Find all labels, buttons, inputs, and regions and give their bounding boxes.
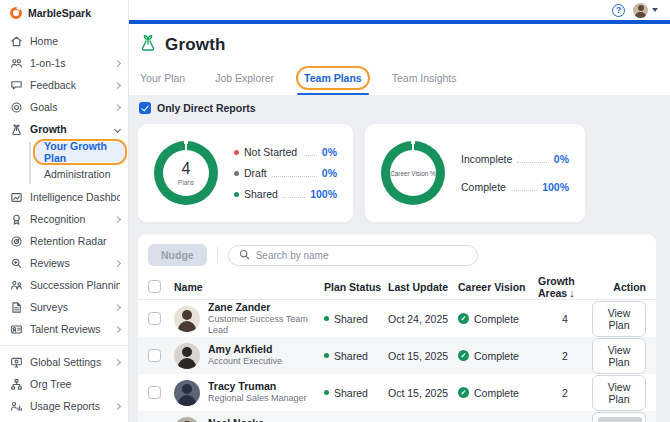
brand-logo[interactable]: MarbleSpark: [0, 2, 128, 24]
person-title: Customer Success Team Lead: [208, 314, 324, 337]
sidebar-item-label: Global Settings: [30, 356, 108, 368]
draft-dot-icon: [234, 171, 239, 176]
retention-radar-icon: [10, 235, 23, 248]
sidebar-item-feedback[interactable]: Feedback: [0, 74, 128, 96]
career-vision-status: Complete: [474, 350, 519, 362]
tab-bar: Your Plan Job Explorer Team Plans Team I…: [138, 70, 661, 95]
reviews-icon: [10, 257, 23, 270]
plan-status: Shared: [334, 387, 368, 399]
tab-your-plan[interactable]: Your Plan: [140, 70, 185, 86]
person-name: Neal Neeks: [208, 417, 310, 422]
content-column: ? Growth Your Plan Job Explorer: [129, 0, 670, 422]
search-box[interactable]: [228, 245, 478, 266]
table-row[interactable]: Tracy TrumanRegional Sales Manager Share…: [138, 374, 656, 411]
sidebar-item-org-tree[interactable]: Org Tree: [0, 373, 128, 395]
dotted-leader: [272, 176, 317, 177]
sidebar-item-label: Feedback: [30, 79, 108, 91]
plans-count: 4: [182, 161, 191, 177]
tab-job-explorer[interactable]: Job Explorer: [215, 70, 274, 86]
row-checkbox[interactable]: [148, 349, 161, 362]
search-input[interactable]: [256, 250, 467, 261]
nudge-button[interactable]: Nudge: [148, 244, 207, 266]
chevron-right-icon: [114, 103, 121, 110]
chevron-right-icon: [114, 259, 121, 266]
chevron-down-icon: [114, 125, 121, 132]
column-header-last-update[interactable]: Last Update: [388, 281, 458, 293]
search-icon: [239, 246, 250, 264]
select-all-checkbox[interactable]: [148, 280, 161, 293]
sidebar-nav: Home 1-on-1s Feedback Goals Growth: [0, 30, 128, 417]
home-icon: [10, 35, 23, 48]
sidebar-item-administration[interactable]: Administration: [36, 164, 124, 184]
avatar-head: [182, 384, 192, 394]
page-header: Growth Your Plan Job Explorer Team Plans…: [129, 24, 670, 95]
intelligence-dashboard-icon: [10, 191, 23, 204]
chevron-right-icon: [114, 81, 121, 88]
person-name: Amy Arkfield: [208, 343, 282, 356]
avatar-head: [182, 310, 192, 320]
sidebar-item-recognition[interactable]: Recognition: [0, 208, 128, 230]
sidebar-item-label: Org Tree: [30, 378, 120, 390]
sidebar-item-surveys[interactable]: Surveys: [0, 296, 128, 318]
sidebar-divider: [0, 345, 128, 346]
legend-label: Shared: [244, 188, 278, 200]
sidebar-item-label: Succession Planning: [30, 279, 120, 291]
scrollbar-thumb[interactable]: [598, 417, 642, 422]
row-checkbox[interactable]: [148, 386, 161, 399]
shared-status-dot-icon: [324, 316, 329, 321]
view-plan-button[interactable]: View Plan: [592, 375, 646, 411]
checkbox-checked-icon[interactable]: [139, 102, 151, 114]
sidebar-item-usage-reports[interactable]: Usage Reports: [0, 395, 128, 417]
surveys-icon: [10, 301, 23, 314]
sidebar-item-1-on-1s[interactable]: 1-on-1s: [0, 52, 128, 74]
sidebar-item-reviews[interactable]: Reviews: [0, 252, 128, 274]
growth-plant-icon: [138, 33, 158, 57]
column-header-plan-status[interactable]: Plan Status: [324, 281, 388, 293]
complete-check-icon: [458, 313, 469, 324]
legend-label: Incomplete: [461, 153, 512, 165]
direct-reports-filter[interactable]: Only Direct Reports: [137, 102, 662, 114]
view-plan-button[interactable]: View Plan: [592, 301, 646, 337]
person-name: Zane Zander: [208, 301, 324, 314]
legend-item: Not Started 0%: [234, 146, 337, 158]
legend-item: Incomplete 0%: [461, 153, 569, 165]
row-checkbox[interactable]: [148, 312, 161, 325]
legend-item: Draft 0%: [234, 167, 337, 179]
table-row[interactable]: Zane ZanderCustomer Success Team Lead Sh…: [138, 300, 656, 337]
person-name: Tracy Truman: [208, 380, 307, 393]
user-menu[interactable]: [633, 3, 658, 18]
table-row[interactable]: Amy ArkfieldAccount Executive Shared Oct…: [138, 337, 656, 374]
sidebar-item-your-growth-plan[interactable]: Your Growth Plan: [36, 142, 124, 162]
sidebar-item-succession-planning[interactable]: Succession Planning: [0, 274, 128, 296]
sidebar-item-label: Goals: [30, 101, 108, 113]
sidebar-item-global-settings[interactable]: Global Settings: [0, 351, 128, 373]
tab-team-insights[interactable]: Team Insights: [392, 70, 457, 86]
help-icon[interactable]: ?: [612, 4, 625, 17]
dotted-leader: [511, 190, 537, 191]
last-update: Oct 15, 2025: [388, 387, 458, 399]
sidebar-item-growth[interactable]: Growth: [0, 118, 128, 140]
table-row[interactable]: Neal NeeksSenior Account Executive Share…: [138, 411, 656, 422]
view-plan-button[interactable]: View Plan: [592, 338, 646, 374]
legend-item: Complete 100%: [461, 181, 569, 193]
sidebar-item-retention-radar[interactable]: Retention Radar: [0, 230, 128, 252]
sidebar-item-talent-reviews[interactable]: Talent Reviews: [0, 318, 128, 340]
avatar-head: [182, 347, 192, 357]
dotted-leader: [517, 162, 548, 163]
sort-desc-icon[interactable]: ↓: [569, 287, 574, 299]
column-header-growth-areas[interactable]: Growth Areas↓: [538, 275, 592, 299]
sidebar-item-home[interactable]: Home: [0, 30, 128, 52]
column-header-career-vision[interactable]: Career Vision: [458, 281, 538, 293]
column-header-name[interactable]: Name: [174, 281, 324, 293]
avatar: [174, 343, 200, 369]
avatar: [174, 417, 200, 422]
growth-subnav: Your Growth Plan Administration: [29, 142, 128, 184]
plans-legend: Not Started 0% Draft 0%: [234, 146, 337, 200]
sidebar-item-label: Talent Reviews: [30, 323, 108, 335]
legend-label: Complete: [461, 181, 506, 193]
sidebar-item-goals[interactable]: Goals: [0, 96, 128, 118]
dotted-leader: [283, 197, 305, 198]
sidebar-item-intelligence-dashboard[interactable]: Intelligence Dashboard: [0, 186, 128, 208]
tab-team-plans[interactable]: Team Plans: [304, 70, 362, 86]
legend-label: Not Started: [244, 146, 297, 158]
